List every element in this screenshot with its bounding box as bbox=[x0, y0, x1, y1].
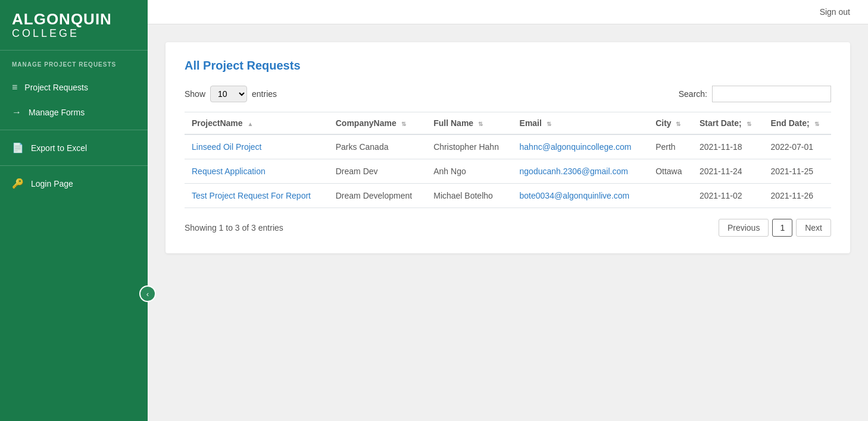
cell-company-2: Dream Development bbox=[329, 184, 426, 208]
sidebar-toggle-button[interactable]: ‹ bbox=[139, 285, 156, 302]
list-icon: ≡ bbox=[12, 82, 17, 93]
main-content: Sign out All Project Requests Show 10 25… bbox=[148, 0, 868, 421]
table-row: Request Application Dream Dev Anh Ngo ng… bbox=[185, 159, 831, 184]
showing-text: Showing 1 to 3 of 3 entries bbox=[185, 223, 283, 233]
cell-project-name-2[interactable]: Test Project Request For Report bbox=[185, 184, 329, 208]
export-icon: 📄 bbox=[12, 142, 24, 153]
table-footer: Showing 1 to 3 of 3 entries Previous 1 N… bbox=[185, 219, 831, 237]
key-icon: 🔑 bbox=[12, 178, 24, 189]
cell-city-1: Ottawa bbox=[648, 159, 692, 184]
content-area: All Project Requests Show 10 25 50 100 e… bbox=[148, 24, 868, 421]
search-label: Search: bbox=[679, 89, 707, 99]
sidebar-section-label: MANAGE PROJECT REQUESTS bbox=[0, 51, 148, 73]
sidebar-label-project-requests: Project Requests bbox=[24, 83, 88, 92]
card-title: All Project Requests bbox=[185, 59, 831, 73]
sort-icon-email: ⇅ bbox=[547, 121, 551, 127]
cell-project-name-0[interactable]: Linseed Oil Project bbox=[185, 134, 329, 159]
previous-button[interactable]: Previous bbox=[719, 219, 769, 237]
sidebar: ALGONQUIN COLLEGE MANAGE PROJECT REQUEST… bbox=[0, 0, 148, 421]
entries-label: entries bbox=[252, 89, 277, 99]
project-requests-table: ProjectName ▲ CompanyName ⇅ Full Name ⇅ bbox=[185, 112, 831, 208]
cell-project-name-1[interactable]: Request Application bbox=[185, 159, 329, 184]
col-city[interactable]: City ⇅ bbox=[648, 112, 692, 135]
arrow-icon: → bbox=[12, 107, 21, 118]
cell-start-0: 2021-11-18 bbox=[692, 134, 763, 159]
sort-icon-start: ⇅ bbox=[747, 121, 751, 127]
cell-start-2: 2021-11-02 bbox=[692, 184, 763, 208]
cell-fullname-0: Christopher Hahn bbox=[426, 134, 512, 159]
sidebar-label-login-page: Login Page bbox=[31, 179, 73, 188]
table-body: Linseed Oil Project Parks Canada Christo… bbox=[185, 134, 831, 208]
sidebar-label-manage-forms: Manage Forms bbox=[29, 108, 85, 117]
logo-line1: ALGONQUIN bbox=[12, 11, 136, 28]
cell-email-2[interactable]: bote0034@algonquinlive.com bbox=[513, 184, 649, 208]
search-input[interactable] bbox=[712, 86, 831, 102]
page-number-1[interactable]: 1 bbox=[772, 219, 792, 237]
col-email[interactable]: Email ⇅ bbox=[513, 112, 649, 135]
col-project-name[interactable]: ProjectName ▲ bbox=[185, 112, 329, 135]
chevron-left-icon: ‹ bbox=[146, 290, 149, 299]
sidebar-item-project-requests[interactable]: ≡ Project Requests bbox=[0, 75, 148, 100]
sort-icon-company: ⇅ bbox=[401, 121, 406, 127]
table-header: ProjectName ▲ CompanyName ⇅ Full Name ⇅ bbox=[185, 112, 831, 135]
topbar: Sign out bbox=[148, 0, 868, 24]
col-start-date[interactable]: Start Date; ⇅ bbox=[692, 112, 763, 135]
cell-company-0: Parks Canada bbox=[329, 134, 426, 159]
logo-area: ALGONQUIN COLLEGE bbox=[0, 0, 148, 51]
cell-city-0: Perth bbox=[648, 134, 692, 159]
cell-end-2: 2021-11-26 bbox=[763, 184, 831, 208]
sidebar-item-manage-forms[interactable]: → Manage Forms bbox=[0, 100, 148, 125]
cell-end-1: 2021-11-25 bbox=[763, 159, 831, 184]
sidebar-label-export-excel: Export to Excel bbox=[31, 143, 87, 153]
cell-city-2 bbox=[648, 184, 692, 208]
table-row: Test Project Request For Report Dream De… bbox=[185, 184, 831, 208]
show-entries-control: Show 10 25 50 100 entries bbox=[185, 86, 277, 102]
logo-line2: COLLEGE bbox=[12, 28, 136, 40]
cell-fullname-2: Michael Botelho bbox=[426, 184, 512, 208]
cell-company-1: Dream Dev bbox=[329, 159, 426, 184]
col-end-date[interactable]: End Date; ⇅ bbox=[763, 112, 831, 135]
card: All Project Requests Show 10 25 50 100 e… bbox=[166, 42, 850, 253]
table-controls: Show 10 25 50 100 entries Search: bbox=[185, 86, 831, 102]
table-row: Linseed Oil Project Parks Canada Christo… bbox=[185, 134, 831, 159]
sort-icon-end: ⇅ bbox=[814, 121, 819, 127]
cell-end-0: 2022-07-01 bbox=[763, 134, 831, 159]
sort-icon-project: ▲ bbox=[247, 121, 253, 127]
sidebar-item-login-page[interactable]: 🔑 Login Page bbox=[0, 171, 148, 196]
cell-fullname-1: Anh Ngo bbox=[426, 159, 512, 184]
show-label: Show bbox=[185, 89, 205, 99]
logo: ALGONQUIN COLLEGE bbox=[12, 11, 136, 39]
signout-link[interactable]: Sign out bbox=[820, 7, 850, 17]
cell-email-0[interactable]: hahnc@algonquincollege.com bbox=[513, 134, 649, 159]
search-control: Search: bbox=[679, 86, 831, 102]
sidebar-item-export-excel[interactable]: 📄 Export to Excel bbox=[0, 135, 148, 161]
cell-email-1[interactable]: ngoducanh.2306@gmail.com bbox=[513, 159, 649, 184]
next-button[interactable]: Next bbox=[796, 219, 831, 237]
col-full-name[interactable]: Full Name ⇅ bbox=[426, 112, 512, 135]
cell-start-1: 2021-11-24 bbox=[692, 159, 763, 184]
sidebar-divider-2 bbox=[0, 165, 148, 166]
sidebar-divider bbox=[0, 130, 148, 130]
pagination: Previous 1 Next bbox=[719, 219, 831, 237]
col-company-name[interactable]: CompanyName ⇅ bbox=[329, 112, 426, 135]
entries-select[interactable]: 10 25 50 100 bbox=[210, 86, 247, 102]
sort-icon-city: ⇅ bbox=[676, 121, 680, 127]
sort-icon-fullname: ⇅ bbox=[478, 121, 483, 127]
sidebar-nav: ≡ Project Requests → Manage Forms 📄 Expo… bbox=[0, 73, 148, 199]
